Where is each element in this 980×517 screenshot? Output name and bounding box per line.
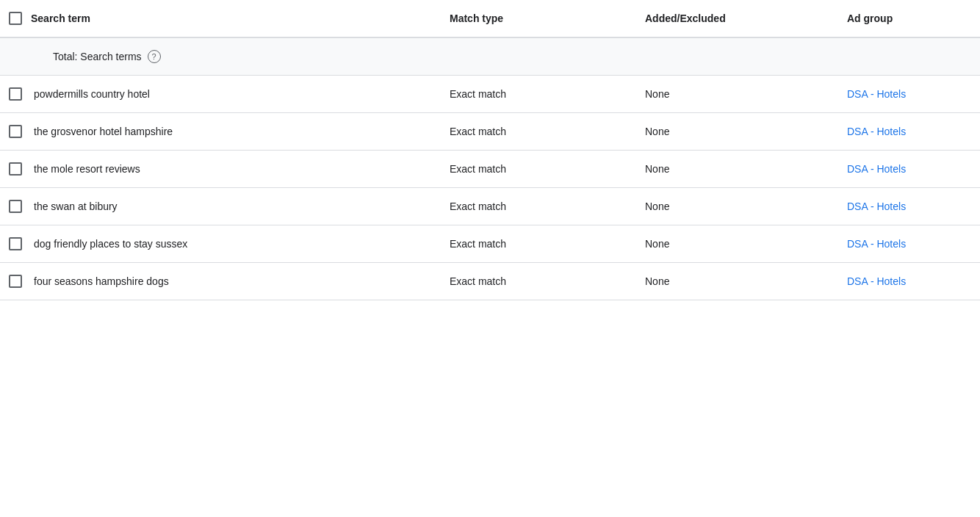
ad-group-cell: DSA - Hotels [838,225,980,263]
ad-group-cell: DSA - Hotels [838,151,980,188]
total-label-text: Total: Search terms [53,51,142,62]
match-type-cell: Exact match [441,188,636,225]
ad-group-header: Ad group [838,0,980,37]
added-excluded-cell: None [636,113,838,151]
search-term-value: powdermills country hotel [34,88,150,100]
table-row: the grosvenor hotel hampshireExact match… [0,113,980,151]
search-term-value: the swan at bibury [34,200,118,212]
total-ad-group-cell [838,37,980,76]
table-row: dog friendly places to stay sussexExact … [0,225,980,263]
search-term-cell: four seasons hampshire dogs [0,263,441,300]
ad-group-cell: DSA - Hotels [838,263,980,300]
row-checkbox-4[interactable] [9,237,22,250]
total-added-excluded-cell [636,37,838,76]
ad-group-link[interactable]: DSA - Hotels [847,200,906,212]
search-term-cell: the grosvenor hotel hampshire [0,113,441,151]
total-label-cell: Total: Search terms ? [0,37,441,76]
match-type-cell: Exact match [441,225,636,263]
added-excluded-cell: None [636,188,838,225]
match-type-cell: Exact match [441,76,636,113]
ad-group-cell: DSA - Hotels [838,188,980,225]
row-checkbox-3[interactable] [9,200,22,213]
table-row: the swan at biburyExact matchNoneDSA - H… [0,188,980,225]
row-checkbox-2[interactable] [9,162,22,176]
search-term-value: the mole resort reviews [34,163,140,175]
table-row: four seasons hampshire dogsExact matchNo… [0,263,980,300]
added-excluded-header: Added/Excluded [636,0,838,37]
total-row: Total: Search terms ? [0,37,980,76]
search-term-cell: the swan at bibury [0,188,441,225]
row-checkbox-1[interactable] [9,125,22,138]
search-term-value: four seasons hampshire dogs [34,275,169,287]
added-excluded-cell: None [636,263,838,300]
select-all-checkbox[interactable] [9,12,22,25]
table-header-row: Search term Match type Added/Excluded Ad… [0,0,980,37]
match-type-header: Match type [441,0,636,37]
match-type-cell: Exact match [441,113,636,151]
match-type-cell: Exact match [441,151,636,188]
search-term-header-label: Search term [31,12,90,24]
search-term-value: dog friendly places to stay sussex [34,238,187,250]
added-excluded-cell: None [636,151,838,188]
search-term-header: Search term [0,0,441,37]
search-term-value: the grosvenor hotel hampshire [34,126,173,137]
total-match-type-cell [441,37,636,76]
ad-group-link[interactable]: DSA - Hotels [847,275,906,287]
table-row: powdermills country hotelExact matchNone… [0,76,980,113]
search-term-cell: the mole resort reviews [0,151,441,188]
ad-group-link[interactable]: DSA - Hotels [847,163,906,175]
ad-group-link[interactable]: DSA - Hotels [847,88,906,100]
added-excluded-cell: None [636,76,838,113]
search-term-cell: powdermills country hotel [0,76,441,113]
search-term-cell: dog friendly places to stay sussex [0,225,441,263]
match-type-cell: Exact match [441,263,636,300]
table-row: the mole resort reviewsExact matchNoneDS… [0,151,980,188]
row-checkbox-5[interactable] [9,275,22,288]
ad-group-cell: DSA - Hotels [838,113,980,151]
row-checkbox-0[interactable] [9,87,22,101]
help-icon[interactable]: ? [148,50,161,63]
added-excluded-cell: None [636,225,838,263]
ad-group-link[interactable]: DSA - Hotels [847,238,906,250]
ad-group-cell: DSA - Hotels [838,76,980,113]
ad-group-link[interactable]: DSA - Hotels [847,126,906,137]
